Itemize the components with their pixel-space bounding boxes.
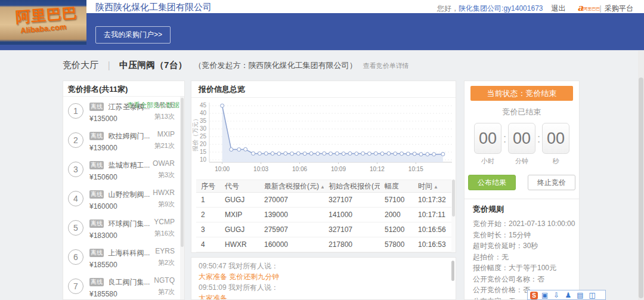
terminate-bid-button[interactable]: 终止竞价 xyxy=(528,175,575,190)
table-cell: 2 xyxy=(196,208,220,222)
grid-icon[interactable]: ▤ xyxy=(577,292,583,299)
messages-scrollbar[interactable] xyxy=(451,261,455,299)
greeting-text: 您好， xyxy=(437,4,459,13)
table-cell: 10:16:53 xyxy=(413,237,451,252)
logout-link[interactable]: 退出 xyxy=(552,4,566,13)
sort-icon[interactable]: ▲ xyxy=(434,184,438,190)
table-cell: 141000 xyxy=(324,208,380,222)
bidder-name: 上海科科阀... xyxy=(108,249,150,257)
svg-text:报价（万元）: 报价（万元） xyxy=(192,116,199,151)
ranking-list-item[interactable]: 7 离线 良工阀门集... ¥185580 NGTQ 第7次 xyxy=(63,272,184,300)
screenshot-tool-icon[interactable]: S xyxy=(530,292,538,299)
table-row: 4HWXR1600002178005780010:16:53 xyxy=(196,237,451,252)
countdown-colon: : xyxy=(535,132,542,146)
svg-text:15: 15 xyxy=(200,149,207,155)
table-cell: 57100 xyxy=(380,193,413,208)
offline-badge: 离线 xyxy=(89,190,104,199)
svg-text:10:09: 10:09 xyxy=(331,166,346,172)
bid-price: ¥150600 xyxy=(89,173,150,181)
rule-line: 超时竞价延时：30秒 xyxy=(473,240,571,252)
company-title: 陕西陕化煤化工集团有限公司 xyxy=(95,2,212,13)
scan-icon[interactable]: ▣ xyxy=(541,292,548,299)
page-scrollbar-thumb[interactable] xyxy=(639,78,643,298)
table-cell: 327107 xyxy=(324,193,380,208)
ranking-list-item[interactable]: 3 离线 盐城市精工... ¥150600 OWAR 第3次 xyxy=(63,155,184,184)
column-header-index: 序号 xyxy=(196,180,220,193)
share-icon[interactable]: ◫ xyxy=(589,292,596,299)
offline-badge: 离线 xyxy=(89,278,104,286)
title-separator: ｜ xyxy=(104,60,113,70)
account-link[interactable]: 陕化集团公司:gy14001673 xyxy=(459,4,543,13)
message-list: 09:50:47 我对所有人说： 大家准备 竞价还剩九分钟 09:51:09 我… xyxy=(191,258,456,300)
table-scrollbar[interactable] xyxy=(451,180,456,253)
table-scrollbar-thumb[interactable] xyxy=(452,180,455,217)
rank-number: 6 xyxy=(68,249,83,265)
svg-text:10:15: 10:15 xyxy=(408,166,423,172)
svg-text:30: 30 xyxy=(200,125,207,132)
bid-price: ¥139000 xyxy=(89,144,150,152)
ranking-list-item[interactable]: 6 离线 上海科科阀... ¥185500 EYRS 第2次 xyxy=(63,243,184,272)
ranking-scrollbar-thumb[interactable] xyxy=(181,98,184,247)
message-item: 09:50:47 我对所有人说： 大家准备 竞价还剩九分钟 xyxy=(199,261,448,282)
messages-scrollbar-thumb[interactable] xyxy=(451,261,454,281)
alibaba-logo[interactable]: 阿里巴巴 Alibaba.com xyxy=(0,0,86,45)
sort-icon[interactable]: ▲ xyxy=(320,184,324,190)
quote-overview-panel: 报价信息总览 101520253035404510:0010:0310:0610… xyxy=(191,81,456,253)
minutes-label: 分钟 xyxy=(508,157,535,166)
status-panel: 当前状态：竞价结束 竞价已结束 00 : 00 : 00 小时 分钟 秒 公布结… xyxy=(464,81,580,300)
table-cell: GUGJ xyxy=(220,222,259,237)
bid-price: ¥185580 xyxy=(89,290,150,298)
message-content: 大家准备 xyxy=(199,293,448,300)
ranking-header: 竞价排名(共11家) 查看全部竞价数据 xyxy=(63,81,184,97)
page-title-hall: 竞价大厅 xyxy=(63,60,98,70)
bidder-name: 盐城市精工... xyxy=(108,161,150,169)
message-prefix: 我对所有人说： xyxy=(228,262,278,270)
rule-line: 竞价开始：2021-07-13 10:00:00 xyxy=(473,218,571,230)
ranking-list-item[interactable]: 1 离线 江苏圣泰阀... ¥135000 MLLE 第13次 xyxy=(63,97,184,126)
rank-number: 1 xyxy=(68,103,83,119)
hours-label: 小时 xyxy=(474,157,501,166)
view-bid-detail-link[interactable]: 查看竞价单详情 xyxy=(363,62,409,69)
ranking-list-item[interactable]: 4 离线 山野控制阀... ¥160000 HWXR 第9次 xyxy=(63,184,184,214)
bid-table: 序号代号最新含税报价(元)▲初始含税报价(元)幅度时间▲ 1GUGJ270007… xyxy=(196,180,451,252)
platform-separator: ｜ xyxy=(597,4,604,13)
download-icon[interactable]: ⇩ xyxy=(553,292,559,299)
bid-rules-title: 竞价规则 xyxy=(473,204,571,215)
ranking-scrollbar[interactable] xyxy=(180,97,184,300)
message-time: 09:51:09 xyxy=(199,283,227,292)
svg-text:10:00: 10:00 xyxy=(215,166,230,172)
table-cell: 2000 xyxy=(380,208,413,222)
column-header-code: 代号 xyxy=(220,180,259,193)
svg-text:25: 25 xyxy=(200,133,207,140)
message-item: 09:51:09 我对所有人说： 大家准备 xyxy=(199,282,448,300)
status-banner[interactable]: 当前状态：竞价结束 xyxy=(470,86,573,101)
bid-times: 第16次 xyxy=(154,229,175,238)
ranking-list: 1 离线 江苏圣泰阀... ¥135000 MLLE 第13次 2 离线 欧拉姆… xyxy=(63,97,184,300)
publish-result-button[interactable]: 公布结果 xyxy=(468,175,516,190)
header-bar: 去我的采购门户>> xyxy=(0,13,644,51)
message-time: 09:50:47 xyxy=(199,262,227,270)
column-header-latest-price[interactable]: 最新含税报价(元)▲ xyxy=(259,180,324,193)
rank-number: 3 xyxy=(68,162,83,177)
svg-text:10: 10 xyxy=(200,156,207,163)
svg-text:35: 35 xyxy=(200,117,207,124)
rank-number: 7 xyxy=(68,279,83,294)
page-title-item: 中压闸阀（7台） xyxy=(119,60,187,70)
rank-number: 2 xyxy=(68,132,83,148)
column-header-time[interactable]: 时间▲ xyxy=(413,180,451,193)
rule-line: 公开竞价公司名称：否 xyxy=(473,274,571,285)
countdown-hours: 00 xyxy=(474,123,501,154)
table-cell: 10:16:56 xyxy=(413,222,451,237)
user-icon[interactable]: ♟ xyxy=(565,292,571,299)
ranking-list-item[interactable]: 2 离线 欧拉姆阀门... ¥139000 MXIP 第21次 xyxy=(63,126,184,155)
portal-button[interactable]: 去我的采购门户>> xyxy=(95,26,171,44)
table-row: 3GUGJ2759073271075120010:16:56 xyxy=(196,222,451,237)
bid-initiator: （竞价发起方：陕西陕化煤化工集团有限公司） xyxy=(194,61,357,70)
offline-badge: 离线 xyxy=(89,219,104,228)
ranking-list-item[interactable]: 5 离线 环球阀门集... ¥183000 YCMP 第16次 xyxy=(63,214,184,243)
page-scrollbar[interactable] xyxy=(638,51,644,300)
countdown-labels: 小时 分钟 秒 xyxy=(465,157,579,166)
offline-badge: 离线 xyxy=(89,103,104,111)
countdown-minutes: 00 xyxy=(508,123,535,154)
bidder-code: OWAR xyxy=(153,159,175,168)
